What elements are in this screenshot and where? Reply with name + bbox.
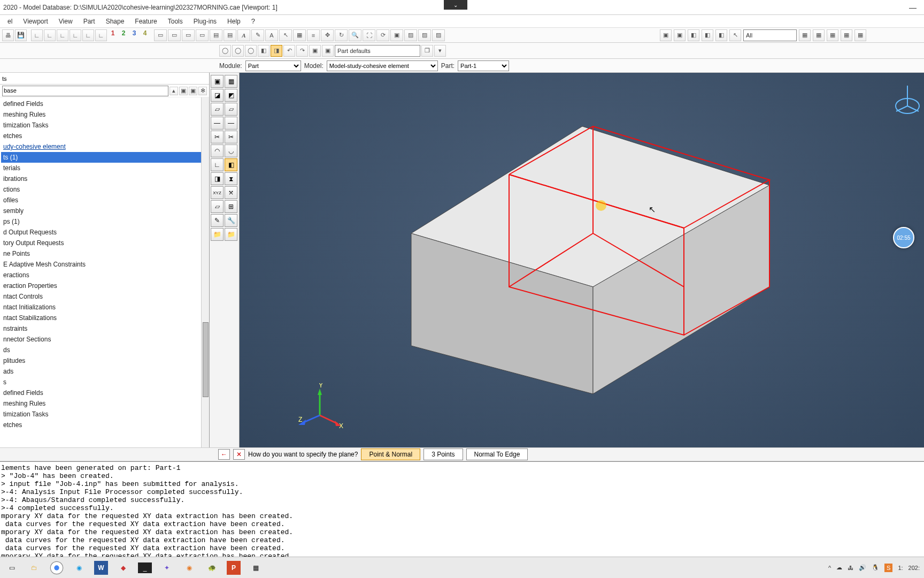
shade5-icon[interactable]: ◨ (271, 45, 282, 57)
opt-b-icon[interactable]: ▦ (813, 29, 825, 41)
opt-a-icon[interactable]: ▦ (799, 29, 811, 41)
filter-c-icon[interactable]: ◧ (688, 29, 699, 41)
partition-cell-icon[interactable]: ◧ (225, 158, 237, 171)
shade1-icon[interactable]: ◯ (219, 45, 231, 57)
geom-b-icon[interactable]: 📁 (225, 228, 237, 241)
repair-icon[interactable]: 🔧 (225, 214, 237, 227)
menu-file[interactable]: el (7, 18, 12, 25)
tree-item[interactable]: ntact Controls (1, 291, 208, 302)
tree-item[interactable]: meshing Rules (1, 398, 208, 409)
tree-item[interactable]: plitudes (1, 355, 208, 366)
tree-item[interactable]: defined Fields (1, 98, 208, 109)
csys3-icon[interactable]: ∟ (57, 29, 68, 41)
menu-viewport[interactable]: Viewport (23, 18, 48, 25)
tree-item[interactable]: sembly (1, 206, 208, 216)
opt-d-icon[interactable]: ▦ (841, 29, 852, 41)
font-a-icon[interactable]: A (265, 29, 278, 41)
tree-item[interactable]: meshing Rules (1, 109, 208, 120)
shell-b-icon[interactable]: ▱ (225, 103, 237, 116)
opt-c-icon[interactable]: ▦ (827, 29, 838, 41)
module-select[interactable]: Part (245, 60, 301, 71)
app2-icon[interactable]: ✦ (159, 560, 174, 575)
prompt-cancel-icon[interactable]: ✕ (233, 449, 245, 460)
tree-item[interactable]: ts (1) (1, 152, 208, 163)
tray-up-icon[interactable]: ^ (828, 565, 831, 571)
blend-b-icon[interactable]: ◡ (225, 144, 237, 157)
wire-icon[interactable]: ― (211, 117, 224, 130)
help-icon[interactable]: ? (251, 17, 255, 25)
db-select[interactable]: base (2, 86, 168, 96)
display-filter-select[interactable]: All (743, 29, 797, 41)
tree-item[interactable]: ps (1) (1, 216, 208, 227)
tree-item[interactable]: ibrations (1, 173, 208, 184)
filter-b-icon[interactable]: ▣ (674, 29, 686, 41)
tree-tab[interactable]: ts (0, 73, 209, 85)
csys6-icon[interactable]: ∟ (95, 29, 107, 41)
fit-icon[interactable]: ▣ (390, 29, 403, 41)
tray-vol-icon[interactable]: 🔊 (859, 564, 866, 571)
tree-item[interactable]: tory Output Requests (1, 238, 208, 248)
menu-down-icon[interactable]: ▾ (434, 45, 446, 57)
annotation-icon[interactable]: A (237, 29, 250, 41)
zoomrect-icon[interactable]: ⛶ (363, 29, 375, 41)
shell-icon[interactable]: ▱ (211, 103, 224, 116)
save-icon[interactable]: 💾 (15, 29, 27, 41)
csys-num-3[interactable]: 3 (129, 29, 139, 41)
part-manager-icon[interactable]: ▦ (225, 75, 237, 88)
pan-icon[interactable]: ✥ (321, 29, 334, 41)
tree-item[interactable]: udy-cohesive element (1, 141, 208, 152)
model-tree[interactable]: defined Fieldsmeshing Rulestimization Ta… (0, 97, 209, 431)
tree-item[interactable]: ntact Initializations (1, 302, 208, 313)
db-b-icon[interactable]: ▣ (189, 87, 197, 95)
app1-icon[interactable]: ◆ (116, 560, 130, 575)
powerpoint-icon[interactable]: P (227, 561, 241, 575)
zoom-icon[interactable]: 🔍 (349, 29, 361, 41)
db-c-icon[interactable]: ✻ (198, 87, 207, 95)
menu-tools[interactable]: Tools (168, 18, 183, 25)
tree-item[interactable]: timization Tasks (1, 120, 208, 131)
filter-a-icon[interactable]: ▣ (660, 29, 672, 41)
csys-num-1[interactable]: 1 (108, 29, 118, 41)
mirror-icon[interactable]: ⧗ (225, 172, 237, 185)
tree-item[interactable]: ctions (1, 184, 208, 195)
tree-item[interactable]: timization Tasks (1, 409, 208, 420)
csys1-icon[interactable]: ∟ (31, 29, 43, 41)
grid-icon[interactable]: ▦ (293, 29, 306, 41)
undo-icon[interactable]: ↶ (283, 45, 295, 57)
datum-xyz-icon[interactable]: XYZ (211, 186, 224, 199)
wire-b-icon[interactable]: ― (225, 117, 237, 130)
menu-help[interactable]: Help (227, 18, 241, 25)
tray-ime2-icon[interactable]: S (884, 564, 892, 572)
shade2-icon[interactable]: ◯ (232, 45, 244, 57)
datum-plane-icon[interactable]: ▱ (211, 200, 224, 213)
view6-icon[interactable]: ▤ (224, 29, 236, 41)
tree-item[interactable]: eraction Properties (1, 280, 208, 291)
view5-icon[interactable]: ▤ (210, 29, 222, 41)
explorer-icon[interactable]: 🗀 (27, 560, 42, 575)
viewport[interactable]: Y X Z 02:55 ↖ (240, 73, 924, 447)
prompt-opt-0[interactable]: Point & Normal (361, 448, 420, 460)
render2-icon[interactable]: ▨ (418, 29, 431, 41)
partition-face-icon[interactable]: ∟ (211, 158, 224, 171)
menu-feature[interactable]: Feature (135, 18, 157, 25)
windows-taskbar[interactable]: ▭ 🗀 ◉ W ◆ _ ✦ ◉ 🐢 P ▦ ^ ☁ 🖧 🔊 🐧 S 1: 202… (0, 557, 924, 578)
scroll-thumb[interactable] (203, 322, 209, 397)
menu-shape[interactable]: Shape (106, 18, 125, 25)
app3-icon[interactable]: ◉ (182, 560, 197, 575)
view2-icon[interactable]: ▭ (168, 29, 181, 41)
remove-icon[interactable]: ✎ (211, 214, 224, 227)
shade3-icon[interactable]: ◯ (245, 45, 257, 57)
menu-plugins[interactable]: Plug-ins (194, 18, 217, 25)
render3-icon[interactable]: ▨ (432, 29, 445, 41)
cube-mode-icon[interactable]: ❒ (421, 45, 433, 57)
print-icon[interactable]: 🖶 (2, 29, 14, 41)
view1-icon[interactable]: ▭ (154, 29, 167, 41)
tree-item[interactable]: etches (1, 420, 208, 430)
filter-f-icon[interactable]: ↖ (729, 29, 741, 41)
render1-icon[interactable]: ▨ (404, 29, 417, 41)
rotate-icon[interactable]: ↻ (335, 29, 348, 41)
datum-csys-icon[interactable]: ⊞ (225, 200, 237, 213)
tree-item[interactable]: nstraints (1, 323, 208, 334)
prompt-opt-2[interactable]: Normal To Edge (466, 448, 528, 460)
menu-view[interactable]: View (59, 18, 73, 25)
